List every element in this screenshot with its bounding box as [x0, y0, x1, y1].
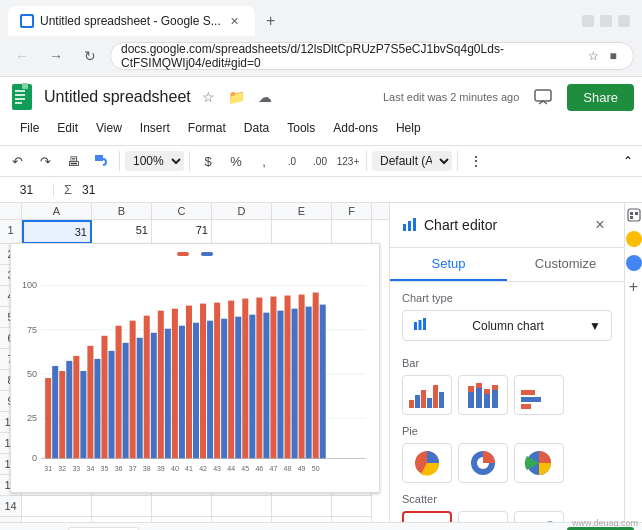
paint-format-button[interactable] [88, 148, 114, 174]
menu-edit[interactable]: Edit [49, 117, 86, 139]
chart-option-pie-1[interactable] [402, 443, 452, 483]
menu-format[interactable]: Format [180, 117, 234, 139]
svg-text:46: 46 [255, 465, 263, 472]
cell-b14[interactable] [92, 496, 152, 517]
back-button[interactable]: ← [8, 42, 36, 70]
menu-view[interactable]: View [88, 117, 130, 139]
panel-close-button[interactable]: × [588, 213, 612, 237]
svg-text:38: 38 [143, 465, 151, 472]
new-tab-button[interactable]: + [259, 9, 283, 33]
cell-a14[interactable] [22, 496, 92, 517]
svg-rect-95 [484, 394, 490, 408]
cell-reference[interactable]: 31 [4, 183, 54, 197]
cell-e14[interactable] [272, 496, 332, 517]
toolbar-divider-1 [119, 151, 120, 171]
cell-f1[interactable] [332, 220, 372, 244]
menu-insert[interactable]: Insert [132, 117, 178, 139]
tab-customize[interactable]: Customize [507, 248, 624, 281]
col-header-e[interactable]: E [272, 203, 332, 219]
forward-button[interactable]: → [42, 42, 70, 70]
col-header-b[interactable]: B [92, 203, 152, 219]
svg-rect-53 [292, 309, 298, 459]
watermark: www.deuaq.com [572, 518, 638, 528]
svg-rect-87 [421, 390, 426, 408]
category-scatter: Scatter [390, 487, 624, 507]
more-toolbar-button[interactable]: ⋮ [463, 148, 489, 174]
collapse-toolbar-button[interactable]: ⌃ [618, 151, 638, 171]
zoom-select[interactable]: 100% [125, 151, 184, 171]
sidebar-icon-3[interactable] [626, 255, 642, 271]
menu-addons[interactable]: Add-ons [325, 117, 386, 139]
currency-button[interactable]: $ [195, 148, 221, 174]
chart-legend [19, 252, 371, 256]
chart-option-pie-2[interactable] [458, 443, 508, 483]
cell-d1[interactable] [212, 220, 272, 244]
cell-c14[interactable] [152, 496, 212, 517]
row-num-14: 14 [0, 496, 22, 517]
col-header-f[interactable]: F [332, 203, 372, 219]
col-header-a[interactable]: A [22, 203, 92, 219]
print-button[interactable]: 🖶 [60, 148, 86, 174]
percent-button[interactable]: % [223, 148, 249, 174]
cell-c1[interactable]: 71 [152, 220, 212, 244]
cell-f14[interactable] [332, 496, 372, 517]
svg-rect-48 [256, 298, 262, 459]
maximize-button[interactable] [600, 15, 612, 27]
cloud-saved-icon[interactable]: ☁ [255, 87, 275, 107]
browser-tab[interactable]: Untitled spreadsheet - Google S... ✕ [8, 6, 255, 36]
menu-file[interactable]: File [12, 117, 47, 139]
formula-value[interactable]: 31 [82, 183, 638, 197]
format-number-button[interactable]: 123+ [335, 148, 361, 174]
panel-title-text: Chart editor [424, 217, 497, 233]
col-header-c[interactable]: C [152, 203, 212, 219]
cell-b1[interactable]: 51 [92, 220, 152, 244]
share-button[interactable]: Share [567, 84, 634, 111]
redo-button[interactable]: ↷ [32, 148, 58, 174]
sheet-tab-1[interactable]: Sheet1 ▼ [68, 527, 139, 531]
chart-option-bar-3[interactable] [514, 375, 564, 415]
svg-rect-7 [95, 155, 103, 161]
chart-option-bar-2[interactable] [458, 375, 508, 415]
close-window-button[interactable] [618, 15, 630, 27]
reload-button[interactable]: ↻ [76, 42, 104, 70]
chart-type-dropdown[interactable]: Column chart ▼ [402, 310, 612, 341]
col-header-d[interactable]: D [212, 203, 272, 219]
decimal-decrease-button[interactable]: .0 [279, 148, 305, 174]
minimize-button[interactable] [582, 15, 594, 27]
cell-e1[interactable] [272, 220, 332, 244]
url-bar[interactable]: docs.google.com/spreadsheets/d/12lsDltCp… [110, 42, 634, 70]
star-title-icon[interactable]: ☆ [199, 87, 219, 107]
toolbar-divider-2 [189, 151, 190, 171]
sidebar-plus-icon[interactable]: + [626, 279, 642, 295]
chart-container[interactable]: 100 75 50 25 0 [10, 243, 380, 493]
tab-close-button[interactable]: ✕ [227, 13, 243, 29]
sidebar-icon-2[interactable] [626, 231, 642, 247]
cell-d14[interactable] [212, 496, 272, 517]
menu-tools[interactable]: Tools [279, 117, 323, 139]
cell-a1[interactable]: 31 [22, 220, 92, 244]
menu-help[interactable]: Help [388, 117, 429, 139]
folder-icon[interactable]: 📁 [227, 87, 247, 107]
svg-rect-43 [221, 319, 227, 459]
sheets-list-button[interactable] [38, 525, 60, 531]
font-select[interactable]: Default (Ari...) [372, 151, 452, 171]
chart-option-bar-1[interactable] [402, 375, 452, 415]
comments-icon[interactable] [527, 81, 559, 113]
add-sheet-button[interactable]: + [8, 525, 30, 531]
svg-rect-46 [242, 299, 248, 459]
comma-button[interactable]: , [251, 148, 277, 174]
extension-icon[interactable]: ■ [603, 46, 623, 66]
svg-rect-88 [427, 398, 432, 408]
tab-setup[interactable]: Setup [390, 248, 507, 281]
svg-rect-26 [101, 336, 107, 459]
svg-text:33: 33 [72, 465, 80, 472]
decimal-increase-button[interactable]: .00 [307, 148, 333, 174]
undo-button[interactable]: ↶ [4, 148, 30, 174]
bookmark-icon[interactable]: ☆ [583, 46, 603, 66]
svg-text:32: 32 [58, 465, 66, 472]
panel-tabs: Setup Customize [390, 248, 624, 282]
chart-option-pie-3[interactable] [514, 443, 564, 483]
menu-data[interactable]: Data [236, 117, 277, 139]
svg-rect-79 [403, 224, 406, 231]
sidebar-icon-1[interactable] [626, 207, 642, 223]
